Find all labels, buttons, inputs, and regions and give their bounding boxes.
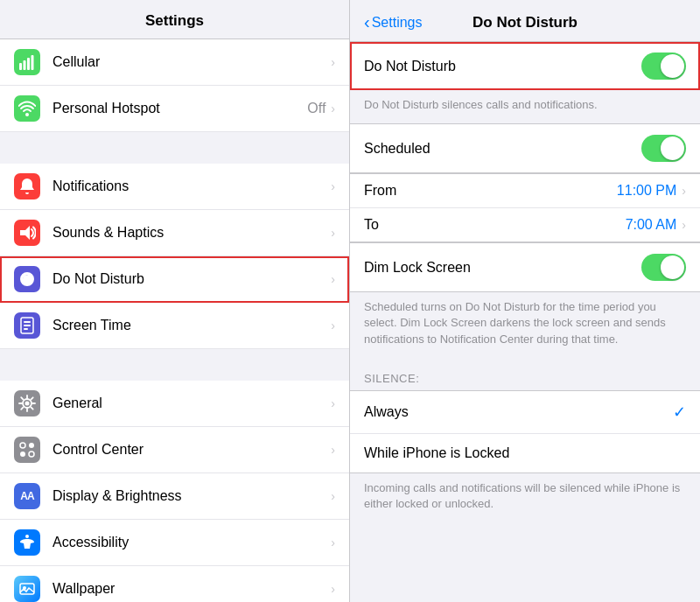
svg-rect-3 [32, 55, 34, 70]
from-label: From [364, 183, 408, 199]
hotspot-label: Personal Hotspot [52, 101, 307, 116]
silence-locked-row[interactable]: While iPhone is Locked [350, 434, 700, 472]
sounds-chevron: › [331, 226, 335, 240]
wallpaper-icon [14, 576, 40, 602]
right-panel-title: Do Not Disturb [472, 14, 578, 32]
from-row[interactable]: From 11:00 PM › [350, 174, 700, 208]
general-chevron: › [331, 396, 335, 410]
to-chevron: › [682, 218, 686, 232]
dnd-label: Do Not Disturb [52, 271, 331, 287]
left-header: Settings [0, 0, 349, 39]
screentime-label: Screen Time [52, 318, 331, 333]
dim-lock-row[interactable]: Dim Lock Screen [350, 243, 700, 291]
silence-section: Always ✓ While iPhone is Locked [350, 390, 700, 473]
back-chevron-icon: ‹ [364, 12, 370, 32]
hotspot-value: Off [307, 101, 326, 116]
hotspot-chevron: › [331, 102, 335, 116]
display-chevron: › [331, 489, 335, 503]
wallpaper-chevron: › [331, 582, 335, 596]
settings-list: Cellular › Personal Hotspot Off › [0, 39, 349, 602]
notifications-chevron: › [331, 179, 335, 193]
settings-item-accessibility[interactable]: Accessibility › [0, 520, 349, 566]
scheduled-toggle-knob [661, 136, 684, 160]
control-icon [14, 437, 40, 463]
sounds-label: Sounds & Haptics [52, 225, 331, 241]
back-label: Settings [372, 15, 423, 31]
to-row[interactable]: To 7:00 AM › [350, 208, 700, 242]
dnd-icon [14, 266, 40, 292]
silence-header: SILENCE: [350, 358, 700, 390]
screentime-chevron: › [331, 318, 335, 332]
dim-lock-toggle[interactable] [641, 254, 686, 281]
display-icon: AA [14, 483, 40, 509]
left-panel-title: Settings [145, 12, 204, 29]
svg-point-10 [25, 402, 30, 406]
svg-point-4 [25, 113, 29, 116]
svg-rect-8 [24, 325, 31, 326]
right-content: Do Not Disturb Do Not Disturb silences c… [350, 42, 700, 522]
wallpaper-label: Wallpaper [52, 581, 331, 597]
always-checkmark: ✓ [673, 402, 686, 422]
notifications-label: Notifications [52, 178, 331, 194]
dnd-main-row[interactable]: Do Not Disturb [350, 42, 700, 90]
accessibility-label: Accessibility [52, 535, 331, 550]
control-label: Control Center [52, 442, 331, 458]
svg-rect-17 [20, 584, 34, 594]
settings-item-dnd[interactable]: Do Not Disturb › [0, 256, 349, 303]
dnd-toggle[interactable] [641, 52, 686, 80]
display-label: Display & Brightness [52, 488, 331, 504]
svg-point-15 [29, 452, 34, 457]
screentime-icon [14, 312, 40, 339]
settings-item-display[interactable]: AA Display & Brightness › [0, 473, 349, 520]
notifications-icon [14, 173, 40, 200]
svg-point-14 [20, 452, 25, 457]
settings-item-cellular[interactable]: Cellular › [0, 39, 349, 86]
general-label: General [52, 396, 331, 411]
svg-rect-2 [27, 58, 30, 70]
accessibility-icon [14, 529, 40, 556]
separator2 [0, 349, 349, 381]
hotspot-icon [14, 95, 40, 122]
dnd-description: Do Not Disturb silences calls and notifi… [350, 90, 700, 123]
svg-point-16 [25, 535, 29, 538]
silence-locked-label: While iPhone is Locked [364, 445, 686, 461]
dnd-toggle-knob [661, 54, 684, 78]
right-header: ‹ Settings Do Not Disturb [350, 0, 700, 42]
schedule-description: Scheduled turns on Do Not Disturb for th… [350, 292, 700, 358]
back-button[interactable]: ‹ Settings [364, 12, 422, 32]
dim-lock-toggle-knob [661, 256, 684, 279]
svg-rect-0 [19, 63, 22, 70]
scheduled-label: Scheduled [364, 141, 641, 157]
to-value: 7:00 AM [626, 217, 677, 233]
svg-rect-1 [24, 60, 26, 70]
settings-item-sounds[interactable]: Sounds & Haptics › [0, 210, 349, 256]
scheduled-section: Scheduled [350, 123, 700, 173]
dim-lock-section: Dim Lock Screen [350, 242, 700, 292]
cellular-icon [14, 49, 40, 75]
from-chevron: › [682, 184, 686, 198]
settings-item-notifications[interactable]: Notifications › [0, 164, 349, 210]
settings-item-general[interactable]: General › [0, 381, 349, 427]
separator1 [0, 132, 349, 164]
dim-lock-label: Dim Lock Screen [364, 260, 641, 276]
silence-always-row[interactable]: Always ✓ [350, 391, 700, 434]
scheduled-toggle[interactable] [641, 135, 686, 162]
svg-marker-5 [20, 226, 30, 240]
dnd-chevron: › [331, 272, 335, 286]
settings-item-control[interactable]: Control Center › [0, 427, 349, 473]
svg-rect-9 [24, 328, 28, 330]
svg-rect-7 [24, 321, 31, 323]
settings-item-hotspot[interactable]: Personal Hotspot Off › [0, 86, 349, 132]
accessibility-chevron: › [331, 536, 335, 550]
svg-point-12 [20, 443, 25, 448]
to-label: To [364, 217, 408, 233]
incoming-description: Incoming calls and notifications will be… [350, 473, 700, 522]
scheduled-row[interactable]: Scheduled [350, 124, 700, 172]
settings-item-wallpaper[interactable]: Wallpaper › [0, 566, 349, 602]
control-chevron: › [331, 443, 335, 457]
left-panel: Settings Cellular › [0, 0, 350, 602]
settings-item-screentime[interactable]: Screen Time › [0, 303, 349, 349]
right-panel: ‹ Settings Do Not Disturb Do Not Disturb… [350, 0, 700, 602]
from-to-section: From 11:00 PM › To 7:00 AM › [350, 173, 700, 242]
cellular-chevron: › [331, 55, 335, 69]
